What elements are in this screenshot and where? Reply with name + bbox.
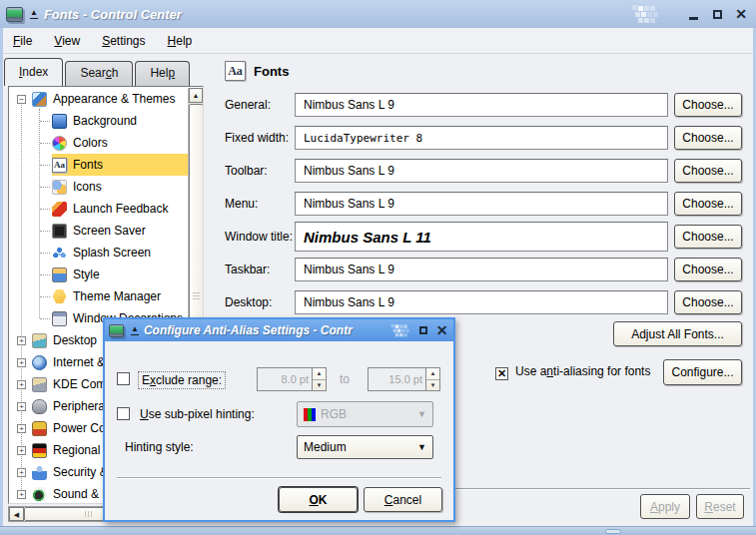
choose-toolbar-button[interactable]: Choose... [674, 159, 742, 183]
minimize-button[interactable] [684, 5, 702, 23]
taskbar-font-preview: Nimbus Sans L 9 [295, 258, 668, 281]
sub-pixel-hinting-select: RGB▼ [297, 401, 433, 427]
sidebar-item-colors[interactable]: Colors [9, 132, 188, 154]
sidebar-item-splash-screen[interactable]: Splash Screen [9, 242, 188, 264]
font-row-taskbar: Taskbar: Nimbus Sans L 9 Choose... [217, 258, 752, 281]
dialog-maximize-button[interactable] [415, 323, 430, 338]
app-icon [6, 7, 23, 22]
font-row-window-title: Window title: Nimbus Sans L 11 Choose... [217, 222, 752, 252]
spinner-arrows-icon: ▲▼ [425, 368, 439, 390]
choose-desktop-button[interactable]: Choose... [674, 290, 742, 314]
shade-icon[interactable]: ▲ [30, 9, 38, 19]
configure-button[interactable]: Configure... [663, 359, 742, 385]
general-font-preview: Nimbus Sans L 9 [295, 93, 668, 117]
expand-icon[interactable] [17, 446, 26, 455]
general-label: General: [225, 98, 271, 112]
expand-icon[interactable] [17, 424, 26, 433]
hinting-style-row: Hinting style: Medium▼ [117, 435, 443, 459]
titlebar[interactable]: ▲ Fonts - Control Center ✕ [0, 0, 756, 28]
screen-saver-icon [52, 224, 67, 239]
tab-help[interactable]: Help [135, 61, 190, 86]
expand-icon[interactable] [17, 402, 26, 411]
desktop-label: Desktop: [225, 295, 272, 309]
fonts-icon [52, 158, 67, 173]
close-button[interactable]: ✕ [732, 5, 750, 23]
launch-feedback-icon [52, 202, 67, 217]
scroll-up-icon[interactable]: ▲ [189, 88, 203, 103]
maximize-button[interactable] [708, 5, 726, 23]
sidebar-item-appearance-themes[interactable]: Appearance & Themes [9, 88, 188, 110]
exclude-range-row: Exclude range: 8.0 pt▲▼ to 15.0 pt▲▼ [117, 367, 443, 391]
anti-alias-dialog: ▲ Configure Anti-Alias Settings - Contr … [103, 317, 455, 522]
peripherals-icon [32, 399, 47, 414]
regional-icon [32, 443, 47, 458]
cancel-button[interactable]: Cancel [364, 487, 442, 512]
choose-menu-button[interactable]: Choose... [674, 192, 742, 216]
tab-index[interactable]: Index [4, 58, 63, 86]
choose-fixed-width-button[interactable]: Choose... [674, 126, 742, 150]
sub-pixel-label[interactable]: Use sub-pixel hinting: [140, 407, 255, 421]
background-icon [52, 114, 67, 129]
range-from-spinbox: 8.0 pt▲▼ [257, 367, 327, 391]
sidebar-item-screen-saver[interactable]: Screen Saver [9, 220, 188, 242]
style-icon [52, 268, 67, 282]
sidebar-item-background[interactable]: Background [9, 110, 188, 132]
collapse-icon[interactable] [17, 95, 26, 104]
window-decorations-icon [52, 311, 67, 326]
menu-view[interactable]: View [54, 34, 80, 48]
use-anti-aliasing-checkbox[interactable]: Use anti-aliasing for fonts [495, 364, 650, 380]
dialog-body: Exclude range: 8.0 pt▲▼ to 15.0 pt▲▼ Use… [105, 341, 453, 522]
dialog-close-button[interactable]: ✕ [434, 323, 449, 338]
expand-icon[interactable] [17, 468, 26, 477]
dialog-titlebar[interactable]: ▲ Configure Anti-Alias Settings - Contr … [105, 319, 453, 341]
sidebar-item-fonts[interactable]: Fonts [9, 154, 188, 176]
menu-file[interactable]: File [13, 34, 32, 48]
maximize-icon [713, 10, 722, 19]
dialog-titlebar-decoration [391, 324, 408, 337]
desktop-font-preview: Nimbus Sans L 9 [295, 290, 668, 314]
colors-icon [52, 136, 67, 151]
minimize-icon [689, 17, 698, 20]
expand-icon[interactable] [17, 490, 26, 499]
tab-search[interactable]: Search [65, 61, 133, 86]
choose-window-title-button[interactable]: Choose... [674, 225, 742, 249]
sound-icon [32, 487, 47, 502]
sidebar-item-theme-manager[interactable]: Theme Manager [9, 285, 188, 307]
taskbar-label: Taskbar: [225, 263, 270, 276]
reset-button: Reset [696, 494, 744, 519]
resize-grip[interactable] [605, 529, 621, 534]
sidebar-item-launch-feedback[interactable]: Launch Feedback [9, 198, 188, 220]
window-title: Fonts - Control Center [44, 7, 632, 22]
menu-help[interactable]: Help [168, 34, 193, 48]
expand-icon[interactable] [17, 336, 26, 345]
exclude-range-checkbox[interactable] [117, 372, 130, 385]
choose-taskbar-button[interactable]: Choose... [674, 258, 742, 281]
page-title: Fonts [254, 64, 289, 79]
adjust-all-fonts-button[interactable]: Adjust All Fonts... [613, 321, 742, 346]
checkbox-checked-icon[interactable] [495, 367, 508, 380]
window-title-font-preview: Nimbus Sans L 11 [295, 222, 668, 252]
rgb-stripes-icon [304, 408, 316, 421]
exclude-range-label[interactable]: Exclude range: [138, 371, 226, 389]
dialog-shade-icon[interactable]: ▲ [131, 325, 139, 335]
expand-icon[interactable] [17, 380, 26, 389]
range-to-spinbox: 15.0 pt▲▼ [368, 367, 440, 391]
sidebar-item-icons[interactable]: Icons [9, 176, 188, 198]
font-row-toolbar: Toolbar: Nimbus Sans L 9 Choose... [217, 159, 752, 183]
window-border-bottom[interactable] [0, 526, 756, 535]
sidebar-item-style[interactable]: Style [9, 264, 188, 285]
font-row-general: General: Nimbus Sans L 9 Choose... [217, 93, 752, 117]
hinting-style-label: Hinting style: [125, 440, 194, 454]
hinting-style-select[interactable]: Medium▼ [297, 435, 433, 459]
choose-general-button[interactable]: Choose... [674, 93, 742, 117]
scroll-left-icon[interactable]: ◀ [9, 507, 24, 521]
appearance-icon [32, 92, 47, 107]
power-control-icon [32, 421, 47, 436]
ok-button[interactable]: OK [279, 487, 358, 512]
menu-settings[interactable]: Settings [102, 34, 145, 48]
sub-pixel-checkbox[interactable] [117, 407, 130, 420]
expand-icon[interactable] [17, 358, 26, 367]
control-center-window: ▲ Fonts - Control Center ✕ File View Set… [0, 0, 756, 535]
icons-icon [52, 180, 67, 195]
font-row-desktop: Desktop: Nimbus Sans L 9 Choose... [217, 290, 752, 314]
